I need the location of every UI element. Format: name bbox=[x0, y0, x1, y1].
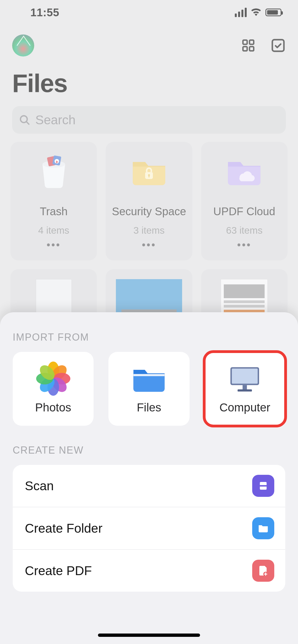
create-pdf-item[interactable]: Create PDF bbox=[13, 549, 285, 592]
import-row: Photos Files Computer bbox=[13, 352, 285, 426]
tile-trash[interactable]: Trash 4 items ••• bbox=[10, 142, 97, 260]
home-indicator[interactable] bbox=[98, 634, 200, 637]
import-card-label: Files bbox=[137, 401, 161, 414]
create-item-label: Scan bbox=[25, 478, 54, 493]
status-time: 11:55 bbox=[30, 6, 59, 19]
import-card-label: Computer bbox=[219, 401, 270, 414]
svg-rect-1 bbox=[249, 40, 254, 44]
create-item-label: Create Folder bbox=[25, 521, 102, 536]
select-mode-icon[interactable] bbox=[270, 38, 286, 53]
svg-rect-15 bbox=[232, 369, 258, 384]
tile-more-icon[interactable]: ••• bbox=[142, 239, 156, 251]
document-add-icon bbox=[252, 560, 274, 582]
lock-folder-icon bbox=[130, 153, 168, 189]
create-section-label: CREATE NEW bbox=[13, 444, 285, 456]
folder-icon bbox=[131, 363, 167, 394]
computer-icon bbox=[227, 363, 263, 394]
tile-more-icon[interactable]: ••• bbox=[47, 239, 61, 251]
create-item-label: Create PDF bbox=[25, 563, 92, 578]
import-files-card[interactable]: Files bbox=[108, 352, 189, 426]
folder-icon bbox=[252, 517, 274, 539]
svg-rect-13 bbox=[134, 374, 165, 376]
tile-name: Trash bbox=[40, 205, 68, 218]
create-folder-item[interactable]: Create Folder bbox=[13, 507, 285, 549]
create-list: Scan Create Folder Create PDF bbox=[13, 465, 285, 592]
svg-rect-12 bbox=[148, 175, 150, 177]
cloud-folder-icon bbox=[225, 153, 264, 189]
tile-updf-cloud[interactable]: UPDF Cloud 63 items ••• bbox=[201, 142, 288, 260]
tile-name: Security Space bbox=[112, 205, 186, 218]
svg-rect-17 bbox=[238, 389, 252, 392]
cellular-signal-icon bbox=[235, 8, 247, 17]
import-section-label: IMPORT FROM bbox=[13, 332, 285, 343]
svg-rect-0 bbox=[243, 40, 247, 44]
scan-icon bbox=[252, 475, 274, 497]
import-photos-card[interactable]: Photos bbox=[13, 352, 94, 426]
photos-icon bbox=[35, 363, 71, 394]
import-create-sheet: IMPORT FROM Photos bbox=[0, 312, 298, 644]
wifi-icon bbox=[251, 8, 262, 17]
status-bar: 11:55 bbox=[0, 0, 298, 25]
profile-avatar[interactable] bbox=[12, 34, 34, 56]
status-indicators bbox=[235, 8, 281, 17]
trash-icon bbox=[34, 153, 73, 189]
search-icon bbox=[19, 114, 30, 126]
tile-subtitle: 63 items bbox=[226, 225, 262, 236]
page-title: Files bbox=[12, 69, 286, 98]
search-field[interactable] bbox=[12, 106, 286, 134]
tile-subtitle: 4 items bbox=[38, 225, 69, 236]
battery-icon bbox=[265, 9, 281, 16]
svg-rect-4 bbox=[272, 40, 284, 51]
import-card-label: Photos bbox=[35, 401, 71, 414]
svg-rect-3 bbox=[249, 47, 254, 51]
tile-security-space[interactable]: Security Space 3 items ••• bbox=[106, 142, 192, 260]
search-input[interactable] bbox=[35, 112, 279, 127]
svg-rect-2 bbox=[243, 47, 247, 51]
view-grid-icon[interactable] bbox=[241, 38, 256, 53]
import-computer-card[interactable]: Computer bbox=[204, 352, 285, 426]
tile-subtitle: 3 items bbox=[134, 225, 165, 236]
create-scan-item[interactable]: Scan bbox=[13, 465, 285, 507]
header: Files bbox=[0, 25, 298, 134]
tile-more-icon[interactable]: ••• bbox=[237, 239, 251, 251]
tile-name: UPDF Cloud bbox=[213, 205, 275, 218]
svg-rect-16 bbox=[243, 385, 247, 389]
